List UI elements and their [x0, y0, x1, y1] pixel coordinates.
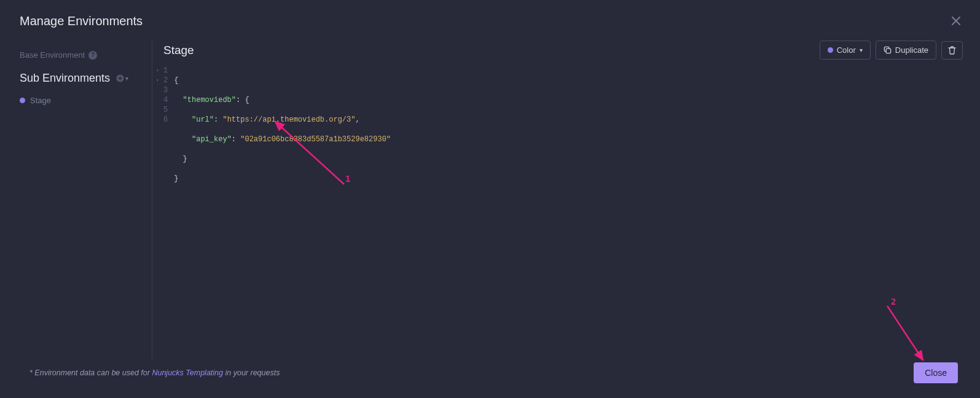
duplicate-button[interactable]: Duplicate [876, 41, 936, 60]
sidebar-base-environment[interactable]: Base Environment ? [20, 50, 143, 60]
add-sub-environment-button[interactable]: ▾ [116, 74, 128, 82]
delete-button[interactable] [941, 41, 963, 60]
chevron-down-icon: ▾ [125, 75, 128, 82]
dialog-footer: * Environment data can be used for Nunju… [0, 351, 980, 398]
editor-area: Stage Color ▾ Duplicate [152, 41, 963, 359]
editor-topbar-buttons: Color ▾ Duplicate [820, 41, 963, 60]
color-button[interactable]: Color ▾ [820, 41, 871, 60]
nunjucks-link[interactable]: Nunjucks Templating [152, 369, 223, 377]
trash-icon [948, 46, 956, 55]
duplicate-button-label: Duplicate [895, 45, 928, 55]
close-button[interactable]: Close [914, 362, 958, 383]
sidebar-sub-heading: Sub Environments [20, 72, 110, 85]
sidebar-sub-heading-row: Sub Environments ▾ [20, 72, 143, 85]
code-content: { "themoviedb": { "url": "https://api.th… [174, 66, 391, 203]
sidebar: Base Environment ? Sub Environments ▾ St… [20, 41, 152, 359]
chevron-down-icon: ▾ [860, 47, 863, 53]
dialog-title: Manage Environments [20, 14, 143, 28]
footer-note: * Environment data can be used for Nunju… [29, 369, 280, 377]
line-gutter [163, 66, 174, 203]
duplicate-icon [884, 46, 892, 54]
environment-name[interactable]: Stage [163, 44, 194, 57]
color-swatch-icon [828, 47, 833, 53]
dialog-header: Manage Environments [0, 0, 980, 41]
plus-circle-icon [116, 74, 124, 82]
dialog-body: Base Environment ? Sub Environments ▾ St… [0, 41, 980, 359]
color-button-label: Color [837, 45, 856, 55]
editor-topbar: Stage Color ▾ Duplicate [163, 41, 963, 60]
env-color-dot [20, 98, 25, 103]
sidebar-item-stage[interactable]: Stage [20, 93, 143, 107]
sidebar-item-label: Stage [30, 96, 51, 105]
close-icon[interactable] [949, 12, 963, 29]
json-editor[interactable]: { "themoviedb": { "url": "https://api.th… [163, 66, 963, 203]
svg-rect-2 [886, 49, 890, 53]
sidebar-base-label: Base Environment [20, 50, 85, 60]
help-icon: ? [88, 51, 97, 60]
